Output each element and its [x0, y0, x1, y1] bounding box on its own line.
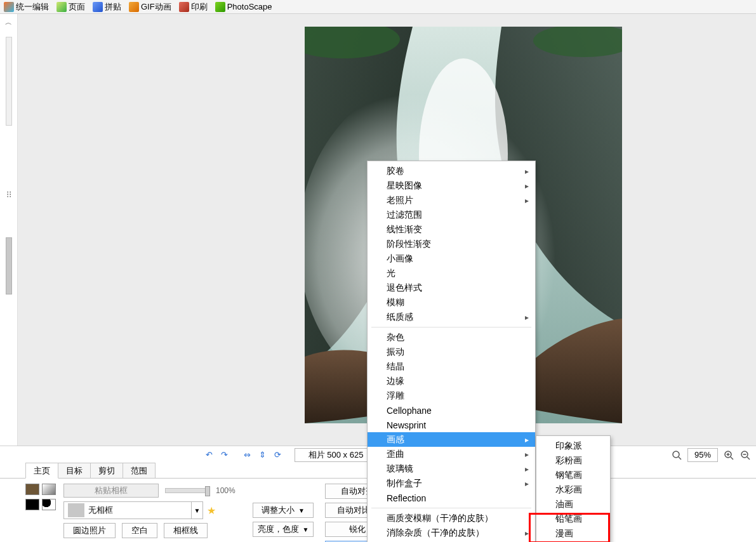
submenu-item[interactable]: 水彩画	[536, 482, 610, 497]
frame-line-button[interactable]: 相框线	[164, 523, 208, 538]
menu-separator	[371, 508, 531, 508]
zoom-value: 95%	[694, 450, 711, 459]
menu-item[interactable]: 阶段性渐变	[368, 237, 535, 251]
tab-label: 目标	[66, 466, 83, 475]
button-label: 空白	[131, 525, 148, 536]
frame-select-label: 无相框	[88, 505, 113, 516]
redo-icon[interactable]: ↷	[218, 449, 230, 461]
swatch-vignette-icon[interactable]	[42, 499, 56, 510]
menu-item[interactable]: 光	[368, 266, 535, 281]
menu-item[interactable]: 小画像	[368, 251, 535, 266]
gif-icon	[129, 2, 139, 12]
tab-home[interactable]: 主页	[25, 463, 58, 479]
frame-select[interactable]: 无相框 ▼	[63, 501, 203, 519]
top-toolbar: 统一编辑 页面 拼贴 GIF动画 印刷 PhotoScape	[0, 0, 756, 14]
frame-thumbnail-icon	[68, 503, 84, 517]
menu-item[interactable]: 线性渐变	[368, 222, 535, 237]
button-label: 调整大小	[262, 505, 295, 516]
submenu-item[interactable]: 漫画	[536, 526, 610, 541]
svg-line-6	[679, 457, 681, 459]
submenu-item[interactable]: 彩粉画	[536, 453, 610, 468]
toolbar-label: 拼贴	[105, 1, 121, 13]
menu-item[interactable]: 画质变模糊（干净的皮肤）	[368, 511, 535, 525]
toolbar-label: PhotoScape	[227, 2, 272, 11]
menu-item[interactable]: Cellophane	[368, 403, 535, 418]
round-photo-button[interactable]: 圆边照片	[63, 523, 116, 538]
tab-label: 范围	[131, 466, 147, 475]
zoom-display[interactable]: 95%	[687, 448, 718, 462]
menu-item[interactable]: 画感	[368, 432, 535, 447]
submenu-item[interactable]: 铅笔画	[536, 512, 610, 526]
rotate-icon[interactable]: ⟳	[272, 449, 283, 461]
left-scroll-track[interactable]	[6, 37, 12, 126]
chevron-down-icon[interactable]: ▼	[298, 507, 305, 514]
swatch-black-icon[interactable]	[25, 499, 39, 510]
menu-item[interactable]: Newsprint	[368, 418, 535, 432]
menu-item[interactable]: 浮雕	[368, 388, 535, 403]
left-scroll-thumb[interactable]	[6, 237, 12, 294]
opacity-slider[interactable]	[165, 488, 209, 493]
menu-item[interactable]: 退色样式	[368, 281, 535, 295]
menu-item[interactable]: 星映图像	[368, 178, 535, 193]
tab-target[interactable]: 目标	[58, 463, 91, 478]
menu-item[interactable]: 结晶	[368, 359, 535, 374]
toolbar-gif[interactable]: GIF动画	[126, 1, 174, 13]
menu-item[interactable]: 模糊	[368, 295, 535, 310]
scroll-up-icon[interactable]: ︿	[4, 18, 13, 27]
button-label: 圆边照片	[73, 525, 106, 536]
image-size-display[interactable]: 相片 500 x 625	[295, 448, 377, 462]
menu-item[interactable]: 振动	[368, 345, 535, 359]
toolbar-print[interactable]: 印刷	[176, 1, 210, 13]
chevron-down-icon[interactable]: ▼	[191, 502, 202, 519]
filter-submenu[interactable]: 印象派彩粉画钢笔画水彩画油画铅笔画漫画板画（彩色）	[536, 435, 611, 542]
frame-column: 粘贴相框 100% 无相框 ▼ ★ 圆边照片 空白 相框线	[63, 484, 237, 538]
zoom-fit-icon[interactable]	[671, 449, 682, 461]
tab-label: 剪切	[98, 466, 115, 475]
filter-context-menu[interactable]: 胶卷星映图像老照片过滤范围线性渐变阶段性渐变小画像光退色样式模糊纸质感杂色振动结…	[367, 161, 536, 542]
opacity-value: 100%	[216, 486, 237, 495]
menu-item[interactable]: 制作盒子	[368, 476, 535, 491]
menu-item[interactable]: 纸质感	[368, 310, 535, 324]
menu-item[interactable]: 过滤范围	[368, 208, 535, 222]
tab-scope[interactable]: 范围	[123, 463, 156, 478]
menu-item[interactable]: 消除杂质（干净的皮肤）	[368, 525, 535, 540]
submenu-item[interactable]: 油画	[536, 497, 610, 512]
print-icon	[179, 2, 189, 12]
swatch-gradient-icon[interactable]	[42, 484, 56, 495]
zoom-in-icon[interactable]	[723, 449, 734, 461]
menu-item[interactable]: Reflection	[368, 491, 535, 505]
toolbar-combine[interactable]: 拼贴	[90, 1, 124, 13]
menu-item[interactable]: 胶卷	[368, 164, 535, 178]
fit-width-icon[interactable]: ⇔	[241, 449, 253, 461]
paste-frame-label: 粘贴相框	[95, 485, 128, 496]
toolbar-unified-edit[interactable]: 统一编辑	[1, 1, 51, 13]
menu-item[interactable]: 老照片	[368, 193, 535, 208]
svg-point-5	[673, 451, 679, 458]
submenu-item[interactable]: 印象派	[536, 439, 610, 453]
button-label: 锐化	[349, 524, 366, 535]
resize-button[interactable]: 调整大小 ▼	[253, 503, 314, 518]
toolbar-page[interactable]: 页面	[54, 1, 88, 13]
brightness-color-button[interactable]: 亮度，色度 ▼	[253, 522, 314, 537]
palette-icon	[4, 2, 14, 12]
menu-item[interactable]: 玻璃镜	[368, 461, 535, 476]
toolbar-label: 印刷	[191, 1, 208, 13]
menu-item[interactable]: 边缘	[368, 374, 535, 388]
slider-thumb-icon[interactable]	[205, 486, 210, 496]
menu-item[interactable]: 杂色	[368, 330, 535, 345]
swatch-sepia-icon[interactable]	[25, 484, 39, 495]
menu-item[interactable]: 歪曲	[368, 447, 535, 461]
toolbar-photoscape[interactable]: PhotoScape	[213, 1, 275, 13]
blank-button[interactable]: 空白	[122, 523, 157, 538]
submenu-item[interactable]: 钢笔画	[536, 468, 610, 482]
toolbar-label: 统一编辑	[16, 1, 49, 13]
tab-crop[interactable]: 剪切	[90, 463, 123, 478]
chevron-down-icon[interactable]: ▼	[303, 526, 309, 533]
undo-icon[interactable]: ↶	[203, 449, 215, 461]
paste-frame-button[interactable]: 粘贴相框	[63, 484, 159, 498]
zoom-out-icon[interactable]	[739, 449, 751, 461]
drag-handle-icon[interactable]: ⁝⁝	[6, 189, 11, 199]
fit-height-icon[interactable]: ⇕	[256, 449, 268, 461]
star-icon[interactable]: ★	[207, 505, 216, 517]
image-size-label: 相片 500 x 625	[308, 449, 364, 461]
